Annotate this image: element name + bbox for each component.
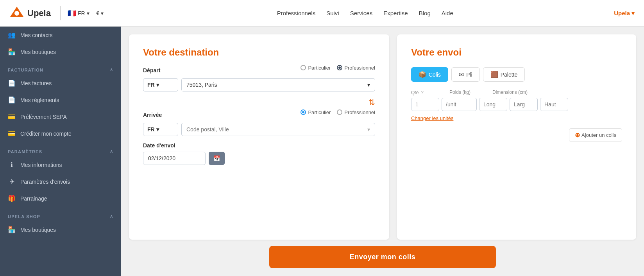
envoi-tabs: 📦 Colis ✉ Pli 🟫 Palette: [411, 67, 622, 82]
lang-chevron-icon: ▾: [87, 10, 89, 16]
facturation-chevron-icon: ∧: [110, 67, 113, 72]
user-menu[interactable]: Upela ▾: [614, 10, 635, 17]
arrivee-city-field[interactable]: [186, 126, 367, 133]
sidebar-item-contacts[interactable]: 👥 Mes contacts: [0, 27, 121, 43]
parrainage-icon: 🎁: [8, 195, 16, 202]
currency-selector[interactable]: € ▾: [97, 10, 104, 16]
nav-services[interactable]: Services: [350, 10, 373, 16]
arrivee-professionnel-radio[interactable]: Professionnel: [337, 109, 375, 115]
depart-particulier-label: Particulier: [308, 65, 331, 71]
depart-city-chevron: ▾: [367, 82, 370, 88]
tab-palette-label: Palette: [501, 72, 518, 78]
sidebar-item-contacts-label: Mes contacts: [20, 32, 52, 38]
arrivee-country-value: FR: [147, 126, 155, 133]
nav-aide[interactable]: Aide: [442, 10, 453, 16]
palette-icon: 🟫: [490, 71, 498, 78]
nav-divider: [60, 6, 61, 20]
date-row: 📅: [143, 152, 375, 165]
date-input-wrapper[interactable]: [143, 152, 206, 165]
nav-suivi[interactable]: Suivi: [326, 10, 339, 16]
haut-input[interactable]: [540, 98, 568, 111]
calendar-button[interactable]: 📅: [209, 152, 225, 165]
envoi-fields-header: Qté ? Poids (kg) Dimensions (cm): [411, 90, 622, 95]
logo-text: Upela: [27, 8, 51, 18]
arrivee-particulier-dot: [301, 109, 306, 115]
depart-country-chevron: ▾: [156, 82, 159, 88]
add-colis-button[interactable]: ⊕ Ajouter un colis: [569, 128, 622, 142]
weight-input[interactable]: [442, 98, 477, 111]
boutiques-icon: 🏪: [8, 48, 16, 56]
change-units-link[interactable]: Changer les unités: [411, 115, 453, 121]
sidebar-item-factures[interactable]: 📄 Mes factures: [0, 75, 121, 91]
larg-input[interactable]: [510, 98, 538, 111]
arrivee-particulier-radio[interactable]: Particulier: [301, 109, 331, 115]
lang-selector[interactable]: 🇫🇷 FR ▾: [68, 9, 89, 18]
parametres-chevron-icon: ∧: [110, 149, 113, 154]
tab-colis[interactable]: 📦 Colis: [411, 67, 448, 82]
destination-card: Votre destination Départ Particulier Pro…: [129, 34, 389, 240]
add-colis-label: Ajouter un colis: [581, 132, 616, 138]
bottom-bar: Envoyer mon colis: [129, 246, 636, 268]
nav-blog[interactable]: Blog: [419, 10, 431, 16]
layout: 👥 Mes contacts 🏪 Mes boutiques FACTURATI…: [0, 27, 644, 276]
add-icon: ⊕: [575, 131, 580, 139]
sidebar-item-factures-label: Mes factures: [20, 80, 52, 86]
sidebar-item-informations[interactable]: ℹ Mes informations: [0, 156, 121, 173]
qty-header: Qté ?: [411, 90, 439, 95]
envoi-title: Votre envoi: [411, 47, 622, 58]
date-field[interactable]: [148, 155, 216, 161]
depart-country-select[interactable]: FR ▾: [143, 78, 178, 91]
depart-input-row: FR ▾ ▾: [143, 78, 375, 91]
informations-icon: ℹ: [8, 161, 16, 168]
dimensions-header: Dimensions (cm): [492, 90, 622, 95]
sidebar-item-parrainage[interactable]: 🎁 Parrainage: [0, 190, 121, 207]
sidebar-item-boutiques-1[interactable]: 🏪 Mes boutiques: [0, 43, 121, 60]
cards-row: Votre destination Départ Particulier Pro…: [129, 34, 636, 240]
lang-label: FR: [78, 10, 85, 16]
arrivee-particulier-label: Particulier: [308, 109, 331, 115]
sidebar-item-envois-params-label: Paramètres d'envois: [20, 179, 70, 185]
arrivee-professionnel-dot: [337, 109, 342, 115]
long-input[interactable]: [479, 98, 507, 111]
sidebar-item-sepa[interactable]: 💳 Prélèvement SEPA: [0, 108, 121, 125]
logo[interactable]: Upela: [9, 6, 51, 21]
arrivee-country-select[interactable]: FR ▾: [143, 123, 178, 136]
sidebar-item-reglements[interactable]: 📄 Mes règlements: [0, 91, 121, 108]
tab-pli[interactable]: ✉ Pli: [451, 67, 480, 82]
destination-title: Votre destination: [143, 47, 375, 58]
nav-expertise[interactable]: Expertise: [383, 10, 408, 16]
nav-links: Professionnels Suivi Services Expertise …: [116, 10, 614, 16]
arrivee-radio-group: Particulier Professionnel: [301, 109, 375, 115]
qty-input[interactable]: [411, 98, 439, 111]
sidebar-item-envois-params[interactable]: ✈ Paramètres d'envois: [0, 173, 121, 190]
sidebar-section-facturation: FACTURATION ∧: [0, 60, 121, 75]
pli-icon: ✉: [459, 71, 464, 78]
envoi-card: Votre envoi 📦 Colis ✉ Pli 🟫 Palette: [397, 34, 636, 240]
contacts-icon: 👥: [8, 31, 16, 39]
currency-chevron-icon: ▾: [101, 10, 104, 16]
depart-radio-group: Particulier Professionnel: [301, 65, 375, 71]
sidebar-item-reglements-label: Mes règlements: [20, 97, 59, 103]
reglements-icon: 📄: [8, 96, 16, 104]
arrivee-city-chevron: ▾: [367, 126, 370, 133]
nav-professionnels[interactable]: Professionnels: [277, 10, 315, 16]
depart-city-input[interactable]: ▾: [181, 78, 375, 91]
sidebar-item-informations-label: Mes informations: [20, 162, 62, 168]
tab-palette[interactable]: 🟫 Palette: [483, 67, 525, 82]
swap-button[interactable]: ⇅: [143, 98, 375, 107]
depart-professionnel-radio[interactable]: Professionnel: [337, 65, 375, 71]
depart-particulier-radio[interactable]: Particulier: [301, 65, 331, 71]
arrivee-country-chevron: ▾: [156, 126, 159, 133]
tab-colis-label: Colis: [429, 72, 441, 78]
sidebar-item-boutiques-2[interactable]: 🏪 Mes boutiques: [0, 221, 121, 238]
sidebar-item-boutiques-1-label: Mes boutiques: [20, 49, 56, 55]
crediter-icon: 💳: [8, 130, 16, 137]
sidebar-item-crediter[interactable]: 💳 Créditer mon compte: [0, 125, 121, 142]
arrivee-city-input[interactable]: ▾: [181, 123, 375, 136]
depart-country-value: FR: [147, 82, 155, 88]
depart-city-field[interactable]: [186, 82, 367, 88]
envois-params-icon: ✈: [8, 178, 16, 185]
send-button[interactable]: Envoyer mon colis: [269, 246, 496, 268]
arrivee-professionnel-label: Professionnel: [344, 109, 375, 115]
sidebar-section-parametres: PARAMÈTRES ∧: [0, 142, 121, 156]
